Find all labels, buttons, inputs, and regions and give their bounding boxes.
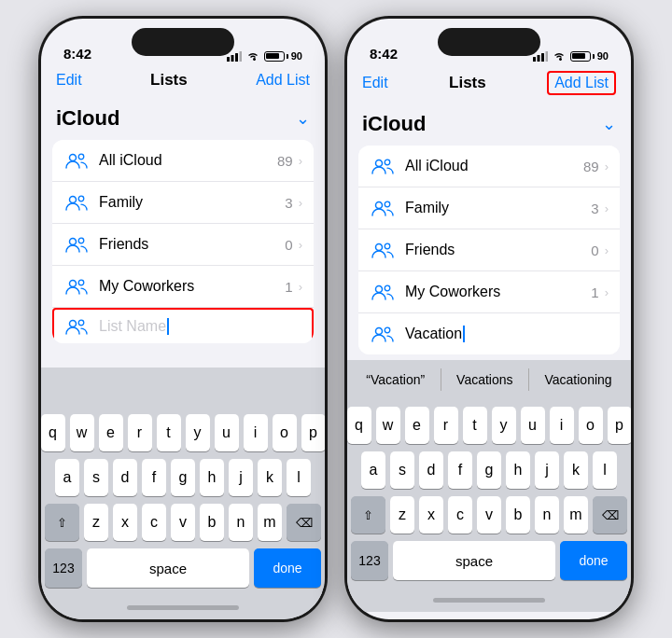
list-label-family-2: Family: [405, 200, 591, 216]
key-i-2[interactable]: i: [550, 407, 574, 444]
new-list-input-row-1[interactable]: List Name: [52, 308, 314, 343]
list-item-vacation-2[interactable]: Vacation: [358, 313, 620, 354]
key-shift-2[interactable]: ⇧: [351, 496, 385, 534]
list-item-all-icloud-2[interactable]: All iCloud 89 ›: [358, 146, 620, 187]
key-s-1[interactable]: s: [84, 459, 108, 496]
key-l-2[interactable]: l: [593, 451, 617, 489]
key-l-1[interactable]: l: [287, 459, 311, 496]
list-item-coworkers-2[interactable]: My Coworkers 1 ›: [358, 271, 620, 313]
key-r-1[interactable]: r: [128, 414, 152, 451]
key-g-1[interactable]: g: [171, 459, 195, 496]
suggestion-vacation-quoted[interactable]: “Vacation”: [358, 368, 432, 391]
key-z-1[interactable]: z: [84, 504, 108, 541]
key-c-2[interactable]: c: [448, 496, 472, 534]
key-c-1[interactable]: c: [142, 504, 166, 541]
key-row-2-2: a s d f g h j k l: [351, 451, 627, 489]
key-backspace-2[interactable]: ⌫: [593, 496, 627, 534]
list-chevron-friends-2: ›: [605, 243, 609, 257]
list-count-all-icloud-2: 89: [583, 159, 599, 174]
key-n-2[interactable]: n: [535, 496, 559, 534]
key-h-2[interactable]: h: [506, 451, 530, 489]
key-f-2[interactable]: f: [448, 451, 472, 489]
key-m-1[interactable]: m: [258, 504, 282, 541]
key-s-2[interactable]: s: [390, 451, 414, 489]
key-backspace-1[interactable]: ⌫: [287, 504, 321, 541]
key-o-2[interactable]: o: [579, 407, 603, 444]
key-t-1[interactable]: t: [157, 414, 181, 451]
edit-button-1[interactable]: Edit: [56, 72, 82, 89]
key-d-1[interactable]: d: [113, 459, 137, 496]
key-e-1[interactable]: e: [99, 414, 123, 451]
suggestion-vacations[interactable]: Vacations: [449, 368, 520, 391]
key-v-1[interactable]: v: [171, 504, 195, 541]
key-a-2[interactable]: a: [361, 451, 385, 489]
key-m-2[interactable]: m: [564, 496, 588, 534]
key-u-2[interactable]: u: [521, 407, 545, 444]
list-item-friends-2[interactable]: Friends 0 ›: [358, 229, 620, 271]
add-list-button-2[interactable]: Add List: [547, 71, 616, 95]
svg-point-12: [70, 321, 77, 327]
key-u-1[interactable]: u: [215, 414, 239, 451]
key-h-1[interactable]: h: [200, 459, 224, 496]
key-q-1[interactable]: q: [41, 414, 65, 451]
key-f-1[interactable]: f: [142, 459, 166, 496]
key-t-2[interactable]: t: [463, 407, 487, 444]
list-section-2: All iCloud 89 › Family 3: [358, 146, 620, 354]
key-x-2[interactable]: x: [419, 496, 443, 534]
phone-comparison: 8:42: [38, 16, 634, 622]
key-123-2[interactable]: 123: [351, 541, 388, 580]
key-j-1[interactable]: j: [229, 459, 253, 496]
key-z-2[interactable]: z: [390, 496, 414, 534]
bottom-row-2: 123 space done: [351, 541, 627, 580]
key-d-2[interactable]: d: [419, 451, 443, 489]
list-item-all-icloud-1[interactable]: All iCloud 89 ›: [52, 140, 314, 182]
time-2: 8:42: [370, 46, 398, 62]
key-o-1[interactable]: o: [273, 414, 297, 451]
add-list-button-1[interactable]: Add List: [256, 72, 310, 89]
edit-button-2[interactable]: Edit: [362, 75, 388, 91]
key-space-1[interactable]: space: [87, 548, 249, 588]
text-cursor-2: [463, 326, 465, 342]
key-y-2[interactable]: y: [492, 407, 516, 444]
key-p-2[interactable]: p: [608, 407, 632, 444]
key-p-1[interactable]: p: [301, 414, 326, 451]
icloud-chevron-2[interactable]: ⌄: [602, 114, 616, 134]
key-n-1[interactable]: n: [229, 504, 253, 541]
key-done-2[interactable]: done: [560, 541, 627, 580]
list-item-coworkers-1[interactable]: My Coworkers 1 ›: [52, 266, 314, 308]
key-w-2[interactable]: w: [376, 407, 400, 444]
key-v-2[interactable]: v: [477, 496, 501, 534]
key-done-1[interactable]: done: [254, 548, 321, 588]
key-e-2[interactable]: e: [405, 407, 429, 444]
key-k-1[interactable]: k: [258, 459, 282, 496]
list-chevron-all-icloud-2: ›: [605, 160, 609, 173]
icloud-chevron-1[interactable]: ⌄: [296, 108, 310, 129]
key-a-1[interactable]: a: [55, 459, 79, 496]
key-shift-1[interactable]: ⇧: [45, 504, 79, 541]
svg-point-9: [78, 238, 84, 243]
key-r-2[interactable]: r: [434, 407, 458, 444]
key-row-1-1: q w e r t y u i o p: [45, 414, 321, 451]
key-w-1[interactable]: w: [70, 414, 94, 451]
key-row-3-1: ⇧ z x c v b n m ⌫: [45, 504, 321, 541]
suggestion-vacationing[interactable]: Vacationing: [537, 368, 619, 391]
list-item-friends-1[interactable]: Friends 0 ›: [52, 224, 314, 266]
list-label-friends-2: Friends: [405, 242, 591, 258]
svg-point-23: [385, 243, 390, 249]
key-b-2[interactable]: b: [506, 496, 530, 534]
list-item-family-1[interactable]: Family 3 ›: [52, 182, 314, 224]
key-q-2[interactable]: q: [347, 407, 371, 444]
key-k-2[interactable]: k: [564, 451, 588, 489]
key-123-1[interactable]: 123: [45, 548, 82, 588]
svg-point-25: [385, 285, 390, 291]
key-x-1[interactable]: x: [113, 504, 137, 541]
key-i-1[interactable]: i: [244, 414, 268, 451]
key-space-2[interactable]: space: [393, 541, 555, 580]
list-label-all-icloud-1: All iCloud: [99, 152, 277, 169]
key-g-2[interactable]: g: [477, 451, 501, 489]
key-b-1[interactable]: b: [200, 504, 224, 541]
list-chevron-coworkers-2: ›: [605, 285, 609, 299]
key-j-2[interactable]: j: [535, 451, 559, 489]
key-y-1[interactable]: y: [186, 414, 210, 451]
list-item-family-2[interactable]: Family 3 ›: [358, 187, 620, 229]
